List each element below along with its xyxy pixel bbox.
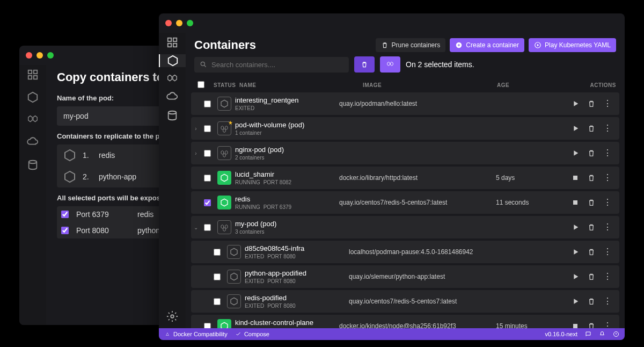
more-menu[interactable]: ⋮ — [603, 124, 612, 133]
play-button[interactable] — [571, 99, 580, 108]
port-checkbox[interactable] — [61, 211, 69, 218]
select-all-checkbox[interactable] — [197, 81, 204, 88]
table-row[interactable]: redisRUNNINGPORT 6379quay.io/centos7/red… — [191, 191, 619, 214]
feedback-icon[interactable] — [585, 331, 591, 337]
maximize-icon[interactable] — [187, 20, 193, 26]
more-menu[interactable]: ⋮ — [603, 198, 612, 207]
more-menu[interactable]: ⋮ — [603, 248, 612, 256]
search-input[interactable] — [211, 61, 343, 69]
svg-rect-2 — [28, 76, 32, 79]
minimize-icon[interactable] — [36, 52, 43, 59]
more-menu[interactable]: ⋮ — [603, 99, 612, 108]
bell-icon[interactable] — [599, 331, 605, 337]
rows-container: interesting_roentgenEXITEDquay.io/podman… — [186, 92, 625, 328]
table-row[interactable]: ›★pod-with-volume (pod)1 container⋮ — [191, 117, 619, 140]
containers-icon[interactable] — [159, 54, 186, 67]
minimize-icon[interactable] — [176, 20, 182, 26]
volumes-icon[interactable] — [159, 109, 186, 122]
play-button[interactable] — [571, 149, 580, 157]
delete-button[interactable] — [587, 149, 596, 157]
expand-toggle[interactable]: › — [191, 150, 201, 156]
status-icon — [223, 270, 245, 284]
play-yaml-button[interactable]: Play Kubernetes YAML — [529, 38, 616, 52]
play-button[interactable] — [571, 124, 580, 133]
cloud-icon[interactable] — [26, 136, 39, 149]
more-menu[interactable]: ⋮ — [603, 149, 612, 157]
bulk-delete-button[interactable] — [354, 56, 375, 73]
more-menu[interactable]: ⋮ — [603, 272, 612, 281]
row-checkbox[interactable] — [204, 150, 211, 157]
item-index: 2. — [83, 172, 92, 181]
table-row[interactable]: kind-cluster-control-planeRUNNINGPORTS 5… — [191, 315, 619, 328]
status-icon — [214, 97, 235, 111]
stop-button[interactable] — [571, 198, 580, 207]
docker-compat-status[interactable]: Docker Compatibility — [164, 331, 228, 337]
close-icon[interactable] — [26, 52, 32, 59]
more-menu[interactable]: ⋮ — [603, 174, 612, 182]
table-row[interactable]: ›nginx-pod (pod)2 containers⋮ — [191, 142, 619, 164]
settings-icon[interactable] — [159, 310, 186, 323]
row-checkbox[interactable] — [214, 298, 221, 305]
port-checkbox[interactable] — [61, 227, 69, 234]
bulk-pod-button[interactable] — [380, 56, 400, 73]
delete-button[interactable] — [587, 322, 596, 328]
table-row[interactable]: lucid_shamirRUNNINGPORT 8082docker.io/li… — [191, 167, 619, 189]
table-row[interactable]: redis-podifiedEXITEDPORT 8080quay.io/cen… — [191, 290, 619, 313]
col-image: IMAGE — [363, 82, 497, 88]
create-button[interactable]: Create a container — [450, 38, 524, 52]
row-image: docker.io/library/httpd:latest — [339, 174, 496, 182]
row-checkbox[interactable] — [204, 100, 211, 107]
more-menu[interactable]: ⋮ — [603, 322, 612, 328]
delete-button[interactable] — [587, 223, 596, 232]
row-age: 15 minutes — [496, 322, 555, 328]
status-icon — [214, 319, 235, 328]
row-checkbox[interactable] — [204, 224, 211, 231]
row-name: d85c9e08fc45-infra — [245, 244, 349, 252]
row-checkbox[interactable] — [204, 199, 211, 206]
dashboard-icon[interactable] — [26, 68, 39, 81]
table-row[interactable]: interesting_roentgenEXITEDquay.io/podman… — [191, 92, 619, 115]
row-sub: 2 containers — [235, 155, 339, 161]
delete-button[interactable] — [587, 198, 596, 207]
delete-button[interactable] — [587, 248, 596, 256]
more-menu[interactable]: ⋮ — [603, 223, 612, 232]
row-checkbox[interactable] — [214, 249, 221, 256]
play-button[interactable] — [571, 272, 580, 281]
stop-button[interactable] — [571, 174, 580, 182]
status-icon: ★ — [214, 121, 235, 135]
play-button[interactable] — [571, 223, 580, 232]
play-button[interactable] — [571, 297, 580, 306]
compose-status[interactable]: Compose — [235, 331, 269, 337]
close-icon[interactable] — [165, 20, 172, 26]
dashboard-icon[interactable] — [159, 36, 186, 49]
expand-toggle[interactable]: › — [191, 126, 201, 132]
cloud-icon[interactable] — [159, 91, 186, 104]
pods-icon[interactable] — [159, 73, 186, 85]
play-button[interactable] — [571, 248, 580, 256]
pods-icon[interactable] — [26, 113, 39, 126]
row-checkbox[interactable] — [214, 273, 221, 280]
search-box[interactable] — [194, 57, 349, 73]
more-menu[interactable]: ⋮ — [603, 297, 612, 306]
prune-button[interactable]: Prune containers — [376, 38, 446, 52]
expand-toggle[interactable]: ⌄ — [191, 225, 201, 230]
table-row[interactable]: ⌄my-pod (pod)3 containers⋮ — [191, 216, 619, 238]
delete-button[interactable] — [587, 99, 596, 108]
maximize-icon[interactable] — [47, 52, 54, 59]
delete-button[interactable] — [587, 124, 596, 133]
delete-button[interactable] — [587, 272, 596, 281]
delete-button[interactable] — [587, 297, 596, 306]
stop-button[interactable] — [571, 322, 580, 328]
row-checkbox[interactable] — [204, 125, 211, 132]
svg-rect-14 — [573, 176, 577, 180]
play-label: Play Kubernetes YAML — [545, 41, 611, 49]
table-row[interactable]: python-app-podifiedEXITEDPORT 8080quay.i… — [191, 265, 619, 288]
row-checkbox[interactable] — [204, 323, 211, 329]
container-icon[interactable] — [26, 91, 39, 104]
volumes-icon[interactable] — [26, 158, 39, 171]
help-icon[interactable]: ? — [613, 331, 619, 337]
page-title: Containers — [194, 38, 256, 52]
row-checkbox[interactable] — [204, 175, 211, 182]
table-row[interactable]: d85c9e08fc45-infraEXITEDPORT 8080localho… — [191, 241, 619, 263]
delete-button[interactable] — [587, 174, 596, 182]
